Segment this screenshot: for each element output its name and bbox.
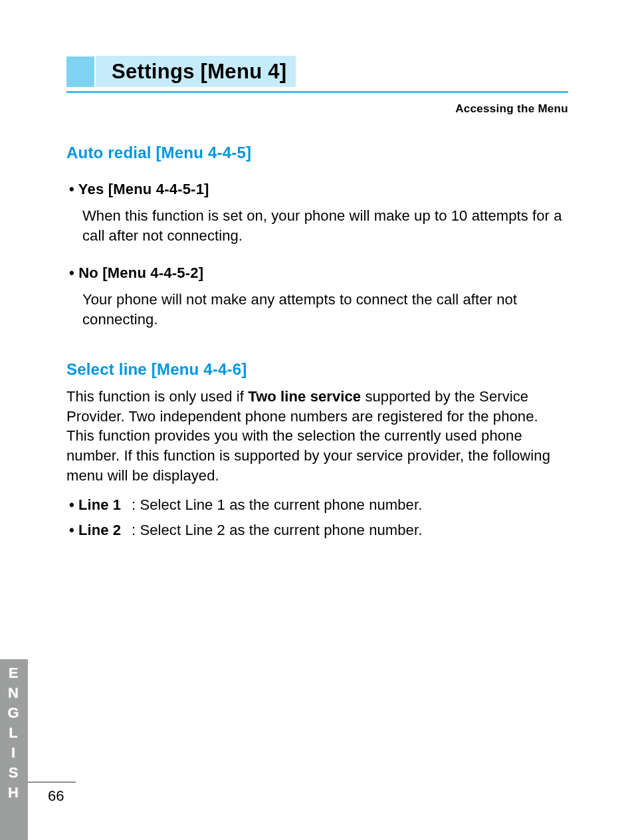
lang-char: S (9, 766, 20, 780)
footer-separator (28, 782, 76, 783)
lang-char: L (9, 726, 19, 740)
line1-label: Line 1 (69, 496, 132, 514)
lang-char: I (11, 746, 17, 760)
option-no-heading: No [Menu 4-4-5-2] (69, 264, 568, 282)
lang-char: H (8, 786, 20, 800)
page-content: Settings [Menu 4] Accessing the Menu Aut… (66, 56, 568, 539)
line1-item: Line 1: Select Line 1 as the current pho… (69, 496, 568, 514)
line2-desc: : Select Line 2 as the current phone num… (132, 522, 422, 538)
lang-char: G (7, 706, 20, 720)
breadcrumb-subtitle: Accessing the Menu (66, 102, 568, 116)
page-number: 66 (48, 788, 64, 805)
lang-char: N (8, 686, 20, 700)
language-label: E N G L I S H (0, 667, 28, 800)
line2-item: Line 2: Select Line 2 as the current pho… (69, 522, 568, 539)
option-no-body: Your phone will not make any attempts to… (82, 290, 568, 330)
title-accent-square (66, 56, 94, 87)
section-heading-select-line: Select line [Menu 4-4-6] (66, 360, 568, 379)
line1-desc: : Select Line 1 as the current phone num… (132, 496, 422, 513)
option-yes-heading: Yes [Menu 4-4-5-1] (69, 181, 568, 198)
line2-label: Line 2 (69, 522, 132, 539)
select-line-body: This function is only used if Two line s… (66, 387, 568, 486)
body-bold: Two line service (248, 388, 361, 405)
title-bar: Settings [Menu 4] (66, 56, 568, 93)
lang-char: E (9, 666, 20, 681)
body-pre: This function is only used if (66, 388, 248, 405)
option-yes-body: When this function is set on, your phone… (82, 206, 568, 246)
section-heading-auto-redial: Auto redial [Menu 4-4-5] (66, 144, 568, 162)
page-title: Settings [Menu 4] (96, 56, 296, 87)
